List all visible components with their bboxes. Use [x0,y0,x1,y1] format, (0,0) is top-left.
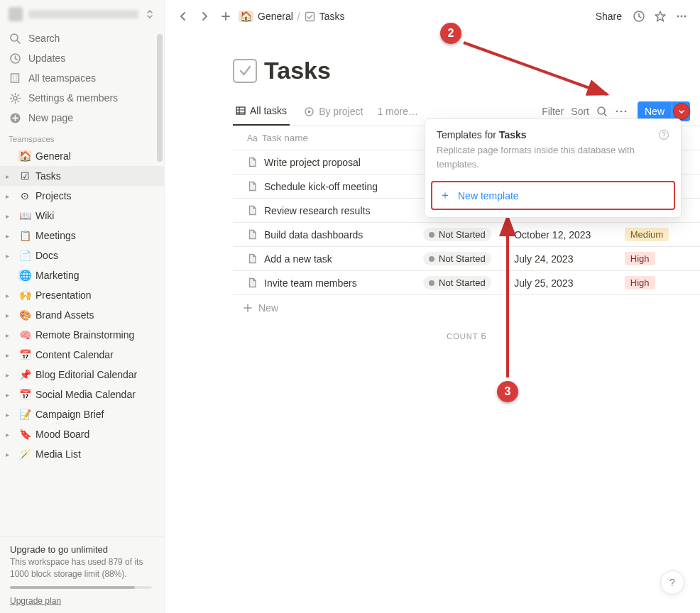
sidebar-item-marketing[interactable]: 🌐Marketing [0,265,164,285]
page-emoji-icon: ☑ [18,170,31,182]
task-name: Write project proposal [264,157,361,168]
chevron-right-icon[interactable]: ▸ [6,252,14,260]
svg-rect-2 [11,74,19,82]
page-emoji-icon: 📌 [18,369,31,380]
upgrade-title: Upgrade to go unlimited [10,544,155,555]
svg-point-9 [684,16,687,18]
sidebar-settings-members[interactable]: Settings & members [0,88,164,108]
view-tab-all-tasks[interactable]: All tasks [233,97,290,126]
page-icon[interactable] [233,59,257,83]
svg-point-16 [625,111,627,113]
sidebar-item-general[interactable]: 🏠General [0,146,164,166]
sidebar-item-projects[interactable]: ▸⊙Projects [0,186,164,206]
chevron-right-icon[interactable]: ▸ [6,391,14,399]
sidebar-item-social-media-calendar[interactable]: ▸📅Social Media Calendar [0,385,164,404]
page-title[interactable]: Tasks [264,57,331,84]
chevron-right-icon[interactable]: ▸ [6,172,14,180]
new-tab-button[interactable] [217,8,234,25]
view-tab-label: All tasks [250,105,287,116]
group-icon [304,106,315,117]
sidebar-item-media-list[interactable]: ▸🪄Media List [0,444,164,464]
page-emoji-icon: 📅 [18,349,31,360]
chevron-right-icon[interactable]: ▸ [6,192,14,200]
sidebar-scrollbar[interactable] [157,34,163,162]
sidebar-updates[interactable]: Updates [0,48,164,68]
page-emoji-icon: 🙌 [18,289,31,301]
svg-rect-5 [305,12,314,21]
breadcrumb: 🏠 General / Tasks [239,11,345,22]
page-emoji-icon: ⊙ [18,190,31,201]
sidebar-item-presentation[interactable]: ▸🙌Presentation [0,285,164,305]
due-date: October 12, 2023 [505,229,616,241]
due-date: July 25, 2023 [505,277,616,289]
plus-icon: ＋ [439,188,451,203]
page-icon [247,229,258,240]
sidebar-item-tasks[interactable]: ▸☑Tasks [0,166,164,186]
chevron-right-icon[interactable]: ▸ [6,431,14,438]
chevron-right-icon[interactable]: ▸ [6,411,14,419]
breadcrumb-tasks[interactable]: Tasks [319,11,345,22]
page-icon [247,253,258,264]
chevron-right-icon[interactable]: ▸ [6,331,14,339]
chevron-right-icon[interactable]: ▸ [6,371,14,379]
sidebar-search[interactable]: Search [0,28,164,48]
share-button[interactable]: Share [591,11,626,22]
view-options-icon[interactable] [615,106,628,117]
workspace-name [28,10,138,18]
star-icon[interactable] [652,8,669,25]
table-row[interactable]: Build data dashboardsNot StartedOctober … [233,223,700,247]
table-row[interactable]: Invite team membersNot StartedJuly 25, 2… [233,271,700,295]
more-icon[interactable] [673,8,690,25]
new-row-button[interactable]: New [233,295,700,321]
templates-popover: Templates for Tasks Replicate page forma… [425,118,682,218]
sidebar-item-remote-brainstorming[interactable]: ▸🧠Remote Brainstorming [0,325,164,345]
sidebar-item-campaign-brief[interactable]: ▸📝Campaign Brief [0,404,164,424]
task-name: Schedule kick-off meeting [264,181,378,192]
help-icon[interactable] [658,129,669,140]
topbar: 🏠 General / Tasks Share [165,0,700,33]
workspace-switcher[interactable] [0,0,164,28]
sidebar: SearchUpdatesAll teamspacesSettings & me… [0,0,165,613]
page-emoji-icon: 🎨 [18,309,31,321]
sidebar-item-blog-editorial-calendar[interactable]: ▸📌Blog Editorial Calendar [0,365,164,385]
breadcrumb-general[interactable]: General [258,11,293,22]
view-more[interactable]: 1 more… [377,106,418,117]
home-icon: 🏠 [239,11,253,22]
nav-back-button[interactable] [175,8,192,25]
svg-point-14 [616,111,618,113]
upgrade-banner: Upgrade to go unlimited This workspace h… [0,536,165,613]
search-icon[interactable] [596,106,608,117]
new-template-button[interactable]: ＋ New template [431,181,675,210]
table-row[interactable]: Add a new taskNot StartedJuly 24, 2023Hi… [233,247,700,271]
view-tab-label: By project [319,106,363,117]
view-tab-by-project[interactable]: By project [301,97,366,126]
chevron-right-icon[interactable]: ▸ [6,311,14,319]
sidebar-item-docs[interactable]: ▸📄Docs [0,245,164,265]
chevron-right-icon[interactable]: ▸ [6,451,14,458]
help-fab[interactable]: ? [660,570,684,595]
sidebar-new-page[interactable]: New page [0,108,164,128]
clock-icon[interactable] [630,8,647,25]
task-name: Add a new task [264,253,332,265]
sidebar-item-meetings[interactable]: ▸📋Meetings [0,226,164,245]
chevron-right-icon[interactable]: ▸ [6,212,14,220]
page-emoji-icon: 🌐 [18,270,31,281]
chevron-right-icon[interactable]: ▸ [6,232,14,240]
upgrade-plan-link[interactable]: Upgrade plan [10,596,61,606]
sidebar-item-mood-board[interactable]: ▸🔖Mood Board [0,424,164,444]
task-name: Review research results [264,205,370,216]
svg-point-15 [620,111,623,113]
nav-forward-button[interactable] [196,8,213,25]
sidebar-all-teamspaces[interactable]: All teamspaces [0,68,164,88]
filter-button[interactable]: Filter [542,106,564,117]
popover-subtitle: Replicate page formats inside this datab… [425,143,681,178]
sidebar-item-brand-assets[interactable]: ▸🎨Brand Assets [0,305,164,325]
sort-button[interactable]: Sort [571,106,589,117]
chevron-right-icon[interactable]: ▸ [6,292,14,299]
column-task-name[interactable]: Aa Task name [233,133,417,143]
sidebar-item-content-calendar[interactable]: ▸📅Content Calendar [0,345,164,365]
sidebar-item-wiki[interactable]: ▸📖Wiki [0,206,164,226]
priority-tag: High [625,276,655,289]
teamspaces-heading: Teamspaces [0,128,164,146]
chevron-right-icon[interactable]: ▸ [6,351,14,359]
